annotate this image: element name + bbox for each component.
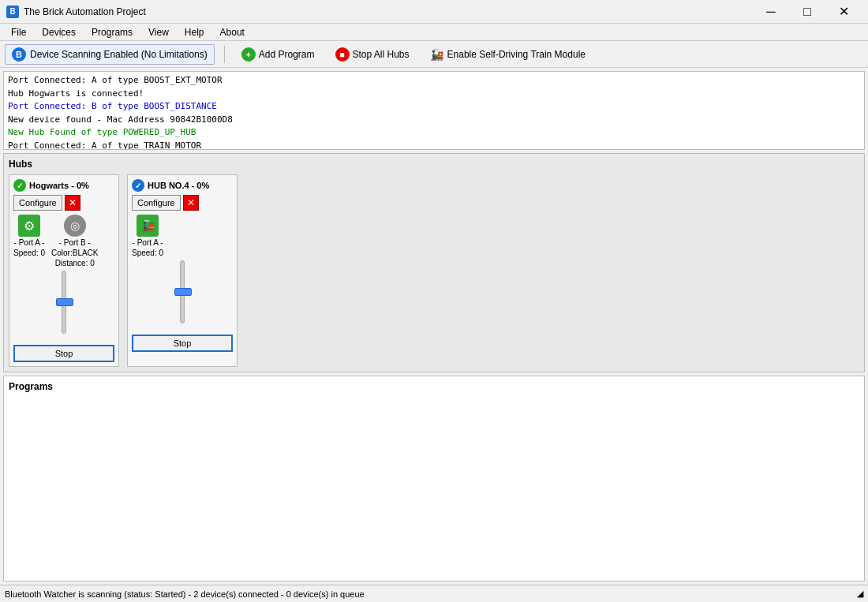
menu-programs[interactable]: Programs	[84, 25, 140, 39]
hub-hogwarts-name: Hogwarts - 0%	[29, 181, 89, 190]
hub-no4-stop-button[interactable]: Stop	[132, 335, 233, 352]
hubs-container: ✓ Hogwarts - 0% Configure ✕ ⚙ - Port A -…	[9, 174, 859, 367]
menu-bar: File Devices Programs View Help About	[0, 24, 868, 41]
menu-devices[interactable]: Devices	[34, 25, 84, 39]
hubs-section: Hubs ✓ Hogwarts - 0% Configure ✕ ⚙	[3, 153, 865, 372]
hub-no4-slider-thumb[interactable]	[174, 288, 192, 296]
port-b-label-3: Distance: 0	[55, 259, 95, 267]
port-b-label-2: Color:BLACK	[51, 249, 98, 257]
hub-hogwarts-stop-button[interactable]: Stop	[13, 345, 114, 362]
port-a-train-label-2: Speed: 0	[132, 249, 163, 257]
stop-all-hubs-button[interactable]: ■ Stop All Hubs	[328, 44, 417, 65]
hub-no4: ✓ HUB NO.4 - 0% Configure ✕ 🚂 - Port A -…	[127, 174, 238, 367]
port-a-label-1: - Port A -	[14, 238, 45, 247]
hub-hogwarts-title: ✓ Hogwarts - 0%	[13, 179, 89, 192]
maximize-button[interactable]: □	[789, 0, 825, 24]
add-program-button[interactable]: + Add Program	[234, 44, 322, 65]
log-line-4: New device found - Mac Address 90842B100…	[8, 114, 860, 127]
hub-no4-controls: Configure ✕	[132, 195, 233, 211]
port-a-train-icon: 🚂	[137, 215, 159, 237]
port-b-label-1: - Port B -	[59, 238, 91, 247]
hub-no4-status-icon: ✓	[132, 179, 144, 192]
hub-no4-configure-button[interactable]: Configure	[132, 195, 181, 211]
log-line-6: Port Connected: A of type TRAIN_MOTOR	[8, 140, 860, 151]
status-bar: Bluetooth Watcher is scanning (status: S…	[0, 585, 868, 602]
hub-no4-slider-track[interactable]	[180, 260, 185, 323]
device-scan-label: Device Scanning Enabled (No Limitations)	[30, 49, 208, 60]
menu-file[interactable]: File	[3, 25, 34, 39]
toolbar: B Device Scanning Enabled (No Limitation…	[0, 41, 868, 68]
window-title: The Brick Automation Project	[24, 6, 753, 17]
hub-hogwarts-status-icon: ✓	[13, 179, 26, 192]
bluetooth-icon: B	[12, 47, 26, 62]
hub-hogwarts-ports: ⚙ - Port A - Speed: 0 ◎ - Port B - Color…	[13, 215, 114, 267]
port-b-sensor-icon: ◎	[64, 215, 86, 237]
enable-train-button[interactable]: 🚂 Enable Self-Driving Train Module	[423, 44, 593, 65]
stop-hubs-label: Stop All Hubs	[353, 49, 410, 60]
hub-no4-ports: 🚂 - Port A - Speed: 0	[132, 215, 233, 257]
hub-hogwarts-configure-button[interactable]: Configure	[13, 195, 62, 211]
hub-hogwarts-controls: Configure ✕	[13, 195, 114, 211]
port-a-train-label-1: - Port A -	[133, 238, 163, 247]
enable-train-label: Enable Self-Driving Train Module	[447, 49, 586, 60]
hubs-section-label: Hubs	[9, 159, 859, 170]
programs-section-label: Programs	[9, 381, 859, 392]
hub-hogwarts-close-button[interactable]: ✕	[65, 195, 80, 211]
hub-hogwarts: ✓ Hogwarts - 0% Configure ✕ ⚙ - Port A -…	[9, 174, 119, 367]
port-a-label-2: Speed: 0	[13, 249, 45, 257]
hub-hogwarts-header: ✓ Hogwarts - 0%	[13, 179, 114, 192]
hub-hogwarts-slider-container	[13, 271, 114, 342]
hub-hogwarts-slider-thumb[interactable]	[56, 298, 73, 306]
hub-no4-header: ✓ HUB NO.4 - 0%	[132, 179, 233, 192]
title-bar: B The Brick Automation Project ─ □ ✕	[0, 0, 868, 24]
hub-hogwarts-port-a: ⚙ - Port A - Speed: 0	[13, 215, 45, 257]
port-a-motor-icon: ⚙	[18, 215, 40, 237]
log-line-3: Port Connected: B of type BOOST_DISTANCE	[8, 100, 860, 114]
stop-hubs-icon: ■	[335, 47, 350, 62]
hub-no4-close-button[interactable]: ✕	[183, 195, 199, 211]
app-icon: B	[6, 6, 19, 18]
hub-hogwarts-slider-track[interactable]	[62, 271, 66, 334]
status-corner: ◢	[857, 589, 863, 599]
hub-no4-name: HUB NO.4 - 0%	[148, 181, 209, 190]
device-scan-button[interactable]: B Device Scanning Enabled (No Limitation…	[5, 44, 215, 65]
main-content: Port Connected: A of type BOOST_EXT_MOTO…	[0, 68, 868, 585]
log-line-2: Hub Hogwarts is connected!	[8, 88, 860, 101]
hub-hogwarts-port-b: ◎ - Port B - Color:BLACK Distance: 0	[51, 215, 98, 267]
menu-help[interactable]: Help	[177, 25, 212, 39]
window-controls: ─ □ ✕	[753, 0, 862, 24]
log-area[interactable]: Port Connected: A of type BOOST_EXT_MOTO…	[3, 71, 865, 150]
add-program-icon: +	[241, 47, 256, 62]
log-line-1: Port Connected: A of type BOOST_EXT_MOTO…	[8, 74, 860, 88]
train-icon: 🚂	[430, 47, 444, 62]
programs-section: Programs	[3, 376, 865, 581]
toolbar-separator-1	[224, 46, 225, 63]
hub-no4-slider-container	[132, 260, 233, 331]
close-button[interactable]: ✕	[825, 0, 862, 24]
menu-about[interactable]: About	[212, 25, 253, 39]
hub-no4-port-a: 🚂 - Port A - Speed: 0	[132, 215, 163, 257]
add-program-label: Add Program	[259, 49, 315, 60]
minimize-button[interactable]: ─	[753, 0, 789, 24]
status-text: Bluetooth Watcher is scanning (status: S…	[5, 589, 365, 599]
menu-view[interactable]: View	[140, 25, 177, 39]
log-line-5: New Hub Found of type POWERED_UP_HUB	[8, 126, 860, 140]
hub-no4-title: ✓ HUB NO.4 - 0%	[132, 179, 209, 192]
